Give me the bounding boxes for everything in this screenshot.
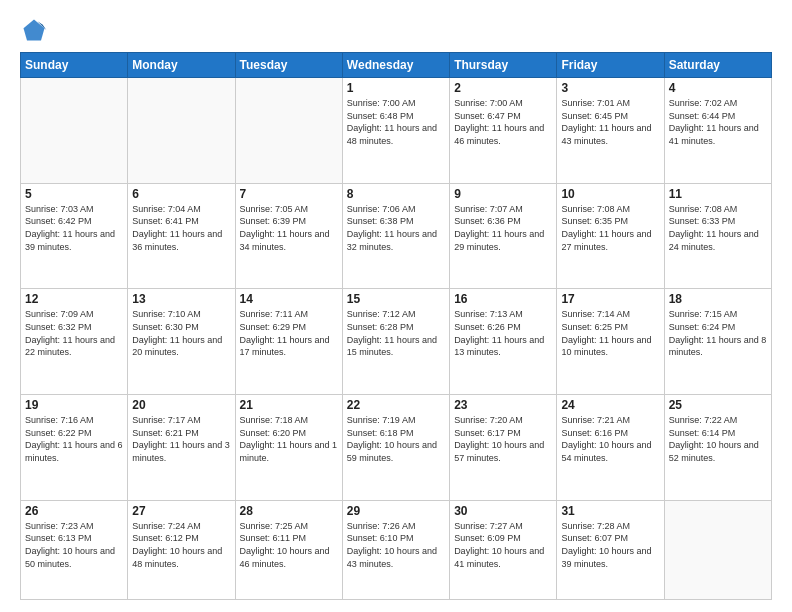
calendar-cell xyxy=(128,78,235,184)
day-info: Sunrise: 7:14 AM Sunset: 6:25 PM Dayligh… xyxy=(561,308,659,358)
day-number: 16 xyxy=(454,292,552,306)
calendar-cell: 5Sunrise: 7:03 AM Sunset: 6:42 PM Daylig… xyxy=(21,183,128,289)
svg-marker-0 xyxy=(24,20,45,41)
day-info: Sunrise: 7:28 AM Sunset: 6:07 PM Dayligh… xyxy=(561,520,659,570)
day-number: 7 xyxy=(240,187,338,201)
day-info: Sunrise: 7:23 AM Sunset: 6:13 PM Dayligh… xyxy=(25,520,123,570)
day-info: Sunrise: 7:01 AM Sunset: 6:45 PM Dayligh… xyxy=(561,97,659,147)
day-number: 15 xyxy=(347,292,445,306)
calendar-cell xyxy=(21,78,128,184)
calendar-cell: 7Sunrise: 7:05 AM Sunset: 6:39 PM Daylig… xyxy=(235,183,342,289)
day-info: Sunrise: 7:03 AM Sunset: 6:42 PM Dayligh… xyxy=(25,203,123,253)
day-number: 3 xyxy=(561,81,659,95)
day-number: 26 xyxy=(25,504,123,518)
calendar-cell: 11Sunrise: 7:08 AM Sunset: 6:33 PM Dayli… xyxy=(664,183,771,289)
day-number: 1 xyxy=(347,81,445,95)
day-info: Sunrise: 7:17 AM Sunset: 6:21 PM Dayligh… xyxy=(132,414,230,464)
logo-icon xyxy=(20,16,48,44)
day-info: Sunrise: 7:10 AM Sunset: 6:30 PM Dayligh… xyxy=(132,308,230,358)
calendar-week-row: 19Sunrise: 7:16 AM Sunset: 6:22 PM Dayli… xyxy=(21,395,772,501)
calendar-week-row: 1Sunrise: 7:00 AM Sunset: 6:48 PM Daylig… xyxy=(21,78,772,184)
day-number: 30 xyxy=(454,504,552,518)
calendar-cell: 26Sunrise: 7:23 AM Sunset: 6:13 PM Dayli… xyxy=(21,500,128,599)
day-info: Sunrise: 7:22 AM Sunset: 6:14 PM Dayligh… xyxy=(669,414,767,464)
day-info: Sunrise: 7:04 AM Sunset: 6:41 PM Dayligh… xyxy=(132,203,230,253)
day-number: 5 xyxy=(25,187,123,201)
day-number: 8 xyxy=(347,187,445,201)
day-info: Sunrise: 7:09 AM Sunset: 6:32 PM Dayligh… xyxy=(25,308,123,358)
calendar-cell: 27Sunrise: 7:24 AM Sunset: 6:12 PM Dayli… xyxy=(128,500,235,599)
day-info: Sunrise: 7:13 AM Sunset: 6:26 PM Dayligh… xyxy=(454,308,552,358)
calendar-cell: 23Sunrise: 7:20 AM Sunset: 6:17 PM Dayli… xyxy=(450,395,557,501)
day-info: Sunrise: 7:00 AM Sunset: 6:48 PM Dayligh… xyxy=(347,97,445,147)
day-number: 27 xyxy=(132,504,230,518)
weekday-header-sunday: Sunday xyxy=(21,53,128,78)
day-info: Sunrise: 7:08 AM Sunset: 6:35 PM Dayligh… xyxy=(561,203,659,253)
day-number: 19 xyxy=(25,398,123,412)
calendar-cell: 2Sunrise: 7:00 AM Sunset: 6:47 PM Daylig… xyxy=(450,78,557,184)
day-number: 21 xyxy=(240,398,338,412)
day-info: Sunrise: 7:06 AM Sunset: 6:38 PM Dayligh… xyxy=(347,203,445,253)
calendar-week-row: 5Sunrise: 7:03 AM Sunset: 6:42 PM Daylig… xyxy=(21,183,772,289)
day-info: Sunrise: 7:05 AM Sunset: 6:39 PM Dayligh… xyxy=(240,203,338,253)
day-number: 10 xyxy=(561,187,659,201)
day-info: Sunrise: 7:07 AM Sunset: 6:36 PM Dayligh… xyxy=(454,203,552,253)
page-header xyxy=(20,16,772,44)
calendar-cell: 18Sunrise: 7:15 AM Sunset: 6:24 PM Dayli… xyxy=(664,289,771,395)
calendar-cell: 25Sunrise: 7:22 AM Sunset: 6:14 PM Dayli… xyxy=(664,395,771,501)
calendar-week-row: 26Sunrise: 7:23 AM Sunset: 6:13 PM Dayli… xyxy=(21,500,772,599)
day-info: Sunrise: 7:27 AM Sunset: 6:09 PM Dayligh… xyxy=(454,520,552,570)
day-info: Sunrise: 7:08 AM Sunset: 6:33 PM Dayligh… xyxy=(669,203,767,253)
day-number: 17 xyxy=(561,292,659,306)
day-number: 14 xyxy=(240,292,338,306)
weekday-header-monday: Monday xyxy=(128,53,235,78)
calendar-cell: 24Sunrise: 7:21 AM Sunset: 6:16 PM Dayli… xyxy=(557,395,664,501)
day-number: 31 xyxy=(561,504,659,518)
calendar-cell: 13Sunrise: 7:10 AM Sunset: 6:30 PM Dayli… xyxy=(128,289,235,395)
calendar-header-row: SundayMondayTuesdayWednesdayThursdayFrid… xyxy=(21,53,772,78)
day-info: Sunrise: 7:21 AM Sunset: 6:16 PM Dayligh… xyxy=(561,414,659,464)
calendar-cell: 6Sunrise: 7:04 AM Sunset: 6:41 PM Daylig… xyxy=(128,183,235,289)
day-info: Sunrise: 7:11 AM Sunset: 6:29 PM Dayligh… xyxy=(240,308,338,358)
calendar-cell: 3Sunrise: 7:01 AM Sunset: 6:45 PM Daylig… xyxy=(557,78,664,184)
day-info: Sunrise: 7:15 AM Sunset: 6:24 PM Dayligh… xyxy=(669,308,767,358)
calendar-cell: 12Sunrise: 7:09 AM Sunset: 6:32 PM Dayli… xyxy=(21,289,128,395)
day-number: 25 xyxy=(669,398,767,412)
calendar-cell: 17Sunrise: 7:14 AM Sunset: 6:25 PM Dayli… xyxy=(557,289,664,395)
day-info: Sunrise: 7:12 AM Sunset: 6:28 PM Dayligh… xyxy=(347,308,445,358)
day-number: 24 xyxy=(561,398,659,412)
logo xyxy=(20,16,52,44)
calendar-cell: 14Sunrise: 7:11 AM Sunset: 6:29 PM Dayli… xyxy=(235,289,342,395)
calendar-cell: 28Sunrise: 7:25 AM Sunset: 6:11 PM Dayli… xyxy=(235,500,342,599)
day-number: 4 xyxy=(669,81,767,95)
weekday-header-tuesday: Tuesday xyxy=(235,53,342,78)
day-info: Sunrise: 7:25 AM Sunset: 6:11 PM Dayligh… xyxy=(240,520,338,570)
calendar-cell: 21Sunrise: 7:18 AM Sunset: 6:20 PM Dayli… xyxy=(235,395,342,501)
calendar-cell: 29Sunrise: 7:26 AM Sunset: 6:10 PM Dayli… xyxy=(342,500,449,599)
day-info: Sunrise: 7:16 AM Sunset: 6:22 PM Dayligh… xyxy=(25,414,123,464)
weekday-header-saturday: Saturday xyxy=(664,53,771,78)
day-number: 13 xyxy=(132,292,230,306)
day-number: 6 xyxy=(132,187,230,201)
day-info: Sunrise: 7:20 AM Sunset: 6:17 PM Dayligh… xyxy=(454,414,552,464)
calendar-cell: 1Sunrise: 7:00 AM Sunset: 6:48 PM Daylig… xyxy=(342,78,449,184)
day-number: 2 xyxy=(454,81,552,95)
day-number: 11 xyxy=(669,187,767,201)
calendar-cell xyxy=(235,78,342,184)
weekday-header-thursday: Thursday xyxy=(450,53,557,78)
calendar-cell xyxy=(664,500,771,599)
day-number: 23 xyxy=(454,398,552,412)
day-number: 9 xyxy=(454,187,552,201)
day-number: 18 xyxy=(669,292,767,306)
day-info: Sunrise: 7:19 AM Sunset: 6:18 PM Dayligh… xyxy=(347,414,445,464)
calendar-cell: 22Sunrise: 7:19 AM Sunset: 6:18 PM Dayli… xyxy=(342,395,449,501)
day-info: Sunrise: 7:00 AM Sunset: 6:47 PM Dayligh… xyxy=(454,97,552,147)
calendar-cell: 30Sunrise: 7:27 AM Sunset: 6:09 PM Dayli… xyxy=(450,500,557,599)
calendar-table: SundayMondayTuesdayWednesdayThursdayFrid… xyxy=(20,52,772,600)
day-number: 12 xyxy=(25,292,123,306)
day-number: 29 xyxy=(347,504,445,518)
calendar-cell: 15Sunrise: 7:12 AM Sunset: 6:28 PM Dayli… xyxy=(342,289,449,395)
weekday-header-wednesday: Wednesday xyxy=(342,53,449,78)
day-info: Sunrise: 7:18 AM Sunset: 6:20 PM Dayligh… xyxy=(240,414,338,464)
calendar-cell: 20Sunrise: 7:17 AM Sunset: 6:21 PM Dayli… xyxy=(128,395,235,501)
